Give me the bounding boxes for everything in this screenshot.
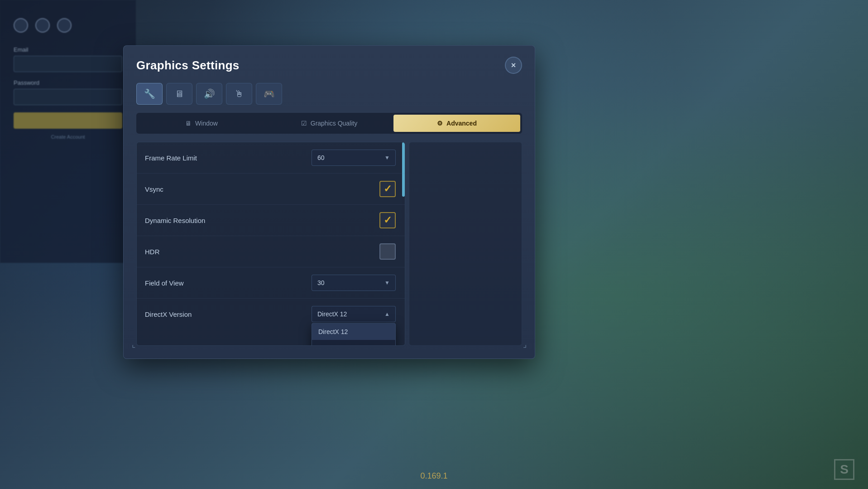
setting-row-frame-rate-limit: Frame Rate Limit 60 ▼ [137,142,405,174]
field-of-view-arrow: ▼ [384,280,390,286]
graphics-settings-modal: Graphics Settings × 🔧 🖥 🔊 🖱 🎮 🖥 Window ☑ [123,45,535,359]
gamepad-icon: 🎮 [264,88,275,99]
dynamic-resolution-label: Dynamic Resolution [145,217,205,224]
frame-rate-limit-value: 60 [317,154,325,161]
settings-panel: Frame Rate Limit 60 ▼ Vsync ✓ Dynamic Re… [136,142,522,346]
create-account-link: Create Account [14,134,122,140]
graphics-quality-icon: ☑ [301,120,307,127]
password-label: Password [14,79,122,86]
tab-icon-mouse[interactable]: 🖱 [226,83,252,105]
advanced-tab-label: Advanced [446,120,477,127]
sub-tabs-bar: 🖥 Window ☑ Graphics Quality ⚙ Advanced [136,113,522,134]
settings-items: Frame Rate Limit 60 ▼ Vsync ✓ Dynamic Re… [137,142,405,329]
field-of-view-label: Field of View [145,279,184,287]
setting-row-field-of-view: Field of View 30 ▼ [137,267,405,299]
setting-row-hdr: HDR [137,236,405,267]
mouse-icon: 🖱 [235,89,244,99]
graphics-quality-label: Graphics Quality [311,120,357,127]
advanced-tab-icon: ⚙ [437,120,443,127]
settings-list: Frame Rate Limit 60 ▼ Vsync ✓ Dynamic Re… [136,142,405,346]
setting-row-vsync: Vsync ✓ [137,174,405,205]
version-text: 0.169.1 [420,471,447,481]
watermark: S [834,459,854,480]
field-of-view-value: 30 [317,279,325,286]
tab-window[interactable]: 🖥 Window [138,115,265,132]
directx-12-option[interactable]: DirectX 12 [312,324,395,340]
login-icon-row [14,18,122,33]
directx-version-arrow: ▲ [384,311,390,317]
email-label: Email [14,46,122,53]
window-tab-icon: 🖥 [185,120,192,127]
tab-icon-monitor[interactable]: 🖥 [166,83,192,105]
login-icon-2 [35,18,50,33]
wrench-icon: 🔧 [144,88,155,99]
setting-row-dynamic-resolution: Dynamic Resolution ✓ [137,205,405,236]
corner-decoration-tr: ⌟ [523,339,527,349]
dynamic-resolution-checkmark: ✓ [384,215,392,225]
corner-decoration-tl: ⌞ [132,339,135,349]
login-icon-1 [14,18,28,33]
frame-rate-limit-dropdown[interactable]: 60 ▼ [312,150,396,166]
hdr-checkbox[interactable] [379,243,396,260]
dynamic-resolution-checkbox[interactable]: ✓ [379,212,396,228]
directx-version-value: DirectX 12 [317,310,347,318]
tab-advanced[interactable]: ⚙ Advanced [393,115,520,132]
directx-version-popup: DirectX 12 DirectX 11 [312,323,396,346]
tab-graphics-quality[interactable]: ☑ Graphics Quality [266,115,393,132]
hdr-label: HDR [145,248,160,256]
monitor-icon: 🖥 [175,89,184,99]
icon-tabs-row: 🔧 🖥 🔊 🖱 🎮 [136,83,522,105]
directx-11-option[interactable]: DirectX 11 [312,340,395,346]
setting-row-directx-version: DirectX Version DirectX 12 ▲ DirectX 12 … [137,299,405,329]
directx-version-label: DirectX Version [145,310,192,318]
frame-rate-limit-arrow: ▼ [384,155,390,161]
window-tab-label: Window [195,120,218,127]
close-icon: × [511,61,516,70]
settings-right-panel [409,142,522,346]
vsync-checkbox[interactable]: ✓ [379,181,396,197]
vsync-checkmark: ✓ [384,184,392,194]
tab-icon-audio[interactable]: 🔊 [196,83,222,105]
vsync-label: Vsync [145,185,163,193]
field-of-view-dropdown[interactable]: 30 ▼ [312,275,396,291]
login-panel: Email Password Create Account [0,0,136,263]
login-button [14,112,122,129]
frame-rate-limit-label: Frame Rate Limit [145,154,197,162]
login-icon-3 [57,18,72,33]
tab-icon-gamepad[interactable]: 🎮 [256,83,282,105]
email-input [14,56,122,72]
close-button[interactable]: × [505,57,522,74]
password-input [14,89,122,105]
directx-version-dropdown[interactable]: DirectX 12 ▲ [312,306,396,322]
directx-version-dropdown-wrapper: DirectX 12 ▲ DirectX 12 DirectX 11 [312,306,396,322]
audio-icon: 🔊 [204,88,215,99]
modal-header: Graphics Settings × [136,57,522,74]
modal-title: Graphics Settings [136,58,240,73]
tab-icon-wrench[interactable]: 🔧 [136,83,163,105]
